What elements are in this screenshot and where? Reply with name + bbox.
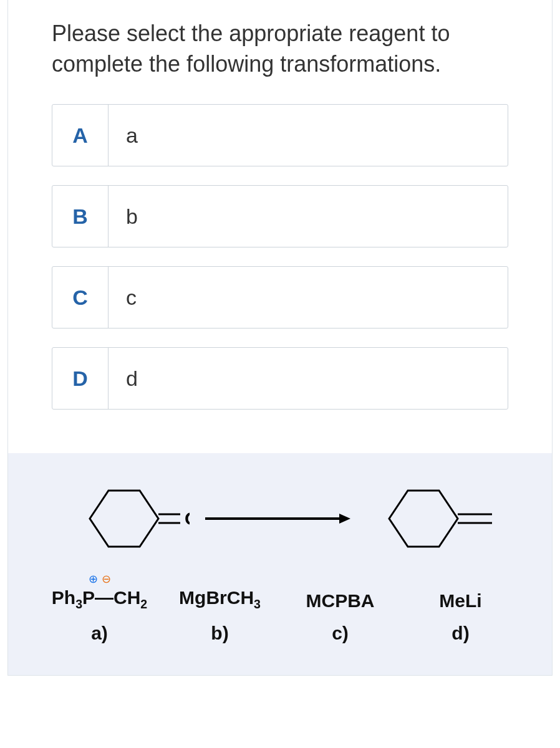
answer-row[interactable]: D d [52, 347, 508, 410]
reaction-arrow-icon [202, 509, 352, 528]
question-prompt: Please select the appropriate reagent to… [8, 19, 552, 104]
reactant-structure-icon: O [65, 478, 190, 559]
answer-letter: A [52, 105, 109, 166]
answer-list: A a B b C c D d [8, 104, 552, 453]
answer-letter: B [52, 186, 109, 247]
reagent-option: MCPBA [280, 590, 400, 611]
answer-row[interactable]: B b [52, 185, 508, 247]
minus-charge-icon: ⊖ [102, 572, 111, 586]
product-structure-icon [364, 478, 495, 559]
reagent-option: MgBrCH3 [160, 587, 280, 611]
reagent-label: a) [39, 623, 160, 644]
reagent-label-row: a) b) c) d) [39, 623, 521, 644]
reagent-row: ⊕ ⊖ Ph3P—CH2 MgBrCH3 MCPBA MeLi [39, 587, 521, 611]
answer-letter: D [52, 348, 109, 409]
svg-marker-5 [389, 491, 458, 547]
diagram-panel: O ⊕ ⊖ [8, 453, 552, 675]
svg-marker-4 [339, 514, 350, 524]
reagent-formula: MCPBA [306, 590, 375, 611]
answer-value: d [109, 348, 508, 409]
reagent-formula: Ph3P—CH2 [52, 587, 147, 608]
reagent-label: c) [280, 623, 400, 644]
svg-marker-0 [90, 491, 158, 547]
answer-value: b [109, 186, 508, 247]
reaction-scheme: O [39, 478, 521, 559]
reagent-label: d) [400, 623, 521, 644]
plus-charge-icon: ⊕ [89, 572, 98, 586]
answer-value: c [109, 267, 508, 328]
reagent-option: ⊕ ⊖ Ph3P—CH2 [39, 587, 160, 611]
answer-letter: C [52, 267, 109, 328]
answer-value: a [109, 105, 508, 166]
reagent-formula: MgBrCH3 [179, 587, 261, 608]
reagent-formula: MeLi [439, 590, 481, 611]
answer-row[interactable]: A a [52, 104, 508, 166]
reagent-option: MeLi [400, 590, 521, 611]
answer-row[interactable]: C c [52, 266, 508, 328]
question-card: Please select the appropriate reagent to… [7, 0, 553, 676]
ylide-charges: ⊕ ⊖ [39, 572, 160, 586]
oxygen-label: O [185, 508, 190, 529]
reagent-label: b) [160, 623, 280, 644]
